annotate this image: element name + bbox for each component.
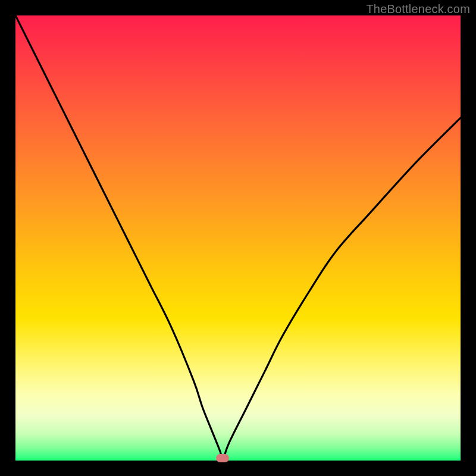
plot-area: [15, 15, 461, 461]
optimum-marker: [216, 454, 229, 462]
watermark-text: TheBottleneck.com: [366, 2, 470, 16]
chart-frame: TheBottleneck.com: [0, 0, 476, 476]
bottleneck-curve: [15, 15, 461, 461]
